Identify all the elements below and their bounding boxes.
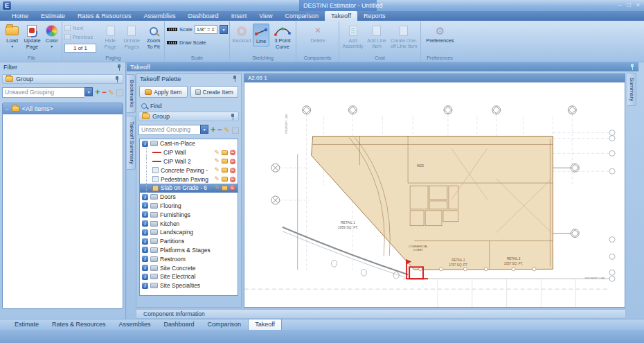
pin-icon[interactable] bbox=[114, 76, 120, 82]
create-item-button[interactable]: Create Item bbox=[190, 86, 239, 98]
palette-category-landscaping[interactable]: iLandscaping bbox=[140, 228, 238, 237]
pin-icon[interactable] bbox=[232, 76, 238, 82]
menu-assemblies[interactable]: Assemblies bbox=[138, 11, 182, 21]
load-button[interactable]: Load ▼ bbox=[3, 24, 21, 49]
next-page-button[interactable]: Next bbox=[64, 24, 100, 32]
info-icon[interactable]: i bbox=[142, 229, 148, 236]
update-page-button[interactable]: Update Page bbox=[22, 24, 42, 51]
copy-icon[interactable] bbox=[222, 168, 228, 173]
palette-item-slab-on-grade[interactable]: Slab on Grade - 6 ✎ bbox=[140, 184, 238, 193]
menu-home[interactable]: Home bbox=[6, 11, 35, 21]
add-grouping-icon[interactable]: + bbox=[95, 89, 100, 96]
scale-select[interactable]: 1/8" = 1' bbox=[195, 25, 217, 34]
info-icon[interactable]: i bbox=[142, 194, 148, 200]
grouping-dropdown[interactable]: Unsaved Grouping ▼ bbox=[2, 87, 93, 98]
remove-icon[interactable] bbox=[230, 159, 235, 164]
three-point-curve-button[interactable]: 3 Point Curve bbox=[271, 24, 294, 51]
line-tool-button[interactable]: Line bbox=[253, 24, 269, 46]
tab-rates-resources[interactable]: Rates & Resources bbox=[46, 319, 112, 330]
unhide-pages-button[interactable]: Unhide Pages bbox=[121, 24, 143, 51]
palette-category-flooring[interactable]: iFlooring bbox=[140, 202, 238, 211]
preferences-button[interactable]: ⚙ Preferences bbox=[424, 24, 456, 45]
palette-category-site-electrical[interactable]: iSite Electrical bbox=[140, 272, 238, 281]
copy-icon[interactable] bbox=[222, 150, 228, 155]
add-line-item-button[interactable]: Add Line Item bbox=[366, 24, 387, 50]
tab-summary[interactable]: Summary bbox=[627, 73, 636, 106]
palette-item-pedestrian-paving[interactable]: Pedestrian Paving ✎ bbox=[140, 175, 238, 184]
sheet-title-bar[interactable]: A2.05 1 bbox=[244, 74, 625, 82]
info-icon[interactable]: i bbox=[142, 256, 148, 262]
edit-grouping-icon[interactable]: ✎ bbox=[109, 89, 114, 96]
restore-button[interactable]: □ bbox=[627, 1, 630, 9]
remove-icon[interactable] bbox=[230, 168, 235, 173]
info-icon[interactable]: i bbox=[142, 265, 148, 271]
menu-dashboard[interactable]: Dashboard bbox=[182, 11, 225, 21]
palette-category-site-concrete[interactable]: iSite Concrete bbox=[140, 263, 238, 272]
edit-icon[interactable]: ✎ bbox=[214, 176, 220, 182]
zoom-to-fit-button[interactable]: Zoom To Fit bbox=[144, 24, 163, 51]
copy-icon[interactable] bbox=[222, 159, 228, 164]
tab-dashboard[interactable]: Dashboard bbox=[158, 319, 201, 330]
previous-page-button[interactable]: Previous bbox=[64, 33, 100, 41]
palette-category-restroom[interactable]: iRestroom bbox=[140, 254, 238, 263]
tab-takeoff-summary[interactable]: Takeoff Summary bbox=[127, 116, 136, 170]
hide-page-button[interactable]: Hide Page bbox=[102, 24, 120, 51]
menu-takeoff[interactable]: Takeoff bbox=[325, 11, 357, 21]
tab-bookmarks[interactable]: Bookmarks bbox=[127, 74, 136, 113]
apply-item-button[interactable]: Apply Item bbox=[139, 86, 188, 98]
draw-scale-button[interactable]: Draw Scale bbox=[167, 37, 228, 48]
info-icon[interactable]: i bbox=[142, 220, 148, 227]
palette-category-cast-in-place[interactable]: i Cast-in-Place bbox=[140, 139, 238, 148]
edit-icon[interactable]: ✎ bbox=[214, 150, 220, 156]
edit-grouping-icon[interactable]: ✎ bbox=[224, 127, 230, 134]
copy-icon[interactable] bbox=[222, 186, 228, 191]
menu-estimate[interactable]: Estimate bbox=[35, 11, 71, 21]
remove-icon[interactable] bbox=[230, 185, 235, 191]
tab-takeoff[interactable]: Takeoff bbox=[248, 319, 282, 330]
delete-button[interactable]: × Delete bbox=[306, 24, 330, 45]
pin-icon[interactable] bbox=[230, 114, 235, 120]
remove-grouping-icon[interactable]: − bbox=[102, 89, 106, 96]
all-items-node[interactable]: − <All Items> bbox=[3, 103, 123, 114]
plan-canvas[interactable]: RETAIL 1 1959 SQ. FT. COMMERCIAL LOBBY R… bbox=[244, 82, 625, 307]
menu-comparison[interactable]: Comparison bbox=[279, 11, 325, 21]
menu-rates-resources[interactable]: Rates & Resources bbox=[71, 11, 138, 21]
add-assembly-button[interactable]: Add Assembly bbox=[341, 24, 364, 50]
save-grouping-icon[interactable] bbox=[116, 89, 123, 96]
palette-item-concrete-paving[interactable]: Concrete Paving - ✎ bbox=[140, 166, 238, 175]
palette-grouping-dropdown-button[interactable]: ▼ bbox=[200, 125, 208, 134]
color-button[interactable]: Color ▼ bbox=[44, 24, 60, 49]
edit-icon[interactable]: ✎ bbox=[214, 167, 220, 173]
menu-view[interactable]: View bbox=[253, 11, 278, 21]
collapse-icon[interactable]: − bbox=[6, 106, 9, 112]
component-information-bar[interactable]: Component Information bbox=[136, 309, 626, 319]
menu-reports[interactable]: Reports bbox=[357, 11, 392, 21]
minimize-button[interactable]: – bbox=[618, 1, 621, 9]
palette-category-platforms-stages[interactable]: iPlatforms & Stages bbox=[140, 246, 238, 255]
remove-icon[interactable] bbox=[230, 177, 235, 182]
grouping-dropdown-button[interactable]: ▼ bbox=[84, 87, 93, 96]
info-icon[interactable]: i bbox=[142, 202, 148, 209]
find-control[interactable]: Find bbox=[141, 102, 236, 109]
create-oneoff-line-item-button[interactable]: Create One-off Line Item bbox=[389, 24, 419, 50]
tab-assemblies[interactable]: Assemblies bbox=[113, 319, 157, 330]
info-icon[interactable]: i bbox=[142, 283, 148, 289]
edit-icon[interactable]: ✎ bbox=[214, 158, 220, 164]
palette-category-kitchen[interactable]: iKitchen bbox=[140, 219, 238, 228]
page-indicator-input[interactable]: 1 of 1 bbox=[64, 44, 96, 53]
remove-icon[interactable] bbox=[230, 150, 235, 155]
remove-grouping-icon[interactable]: − bbox=[217, 126, 222, 134]
save-grouping-icon[interactable] bbox=[232, 127, 239, 134]
palette-category-partitions[interactable]: iPartitions bbox=[140, 237, 238, 246]
info-icon[interactable]: i bbox=[142, 141, 148, 147]
palette-category-site-specialties[interactable]: iSite Specialties bbox=[140, 281, 238, 290]
info-icon[interactable]: i bbox=[142, 274, 148, 280]
tab-comparison[interactable]: Comparison bbox=[202, 319, 248, 330]
close-button[interactable]: × bbox=[636, 1, 640, 9]
backout-button[interactable]: Backout bbox=[232, 24, 251, 45]
palette-item-cip-wall[interactable]: CIP Wall ✎ bbox=[140, 148, 238, 157]
palette-grouping-dropdown[interactable]: Unsaved Grouping ▼ bbox=[138, 125, 208, 135]
menu-insert[interactable]: Insert bbox=[225, 11, 253, 21]
add-grouping-icon[interactable]: + bbox=[211, 126, 215, 134]
info-icon[interactable]: i bbox=[142, 247, 148, 253]
